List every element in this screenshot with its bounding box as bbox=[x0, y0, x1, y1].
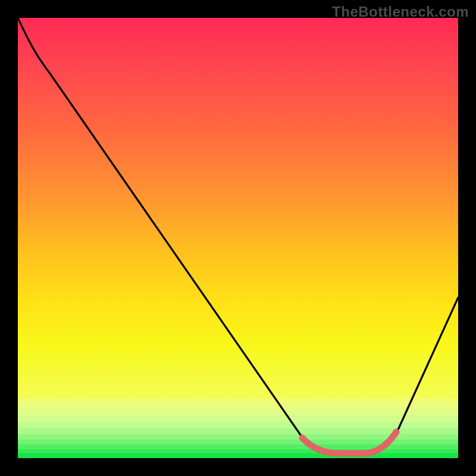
svg-rect-4 bbox=[18, 422, 458, 428]
svg-rect-2 bbox=[18, 407, 458, 415]
chart-frame: TheBottleneck.com bbox=[0, 0, 476, 476]
watermark-text: TheBottleneck.com bbox=[332, 4, 469, 20]
gradient-background bbox=[18, 18, 458, 458]
plot-area bbox=[18, 18, 458, 458]
svg-rect-1 bbox=[18, 399, 458, 407]
svg-rect-6 bbox=[18, 434, 458, 440]
svg-rect-8 bbox=[18, 444, 458, 449]
svg-rect-3 bbox=[18, 415, 458, 422]
svg-rect-5 bbox=[18, 428, 458, 434]
svg-rect-0 bbox=[18, 18, 458, 399]
svg-rect-10 bbox=[18, 453, 458, 458]
svg-rect-9 bbox=[18, 449, 458, 453]
svg-rect-7 bbox=[18, 440, 458, 444]
